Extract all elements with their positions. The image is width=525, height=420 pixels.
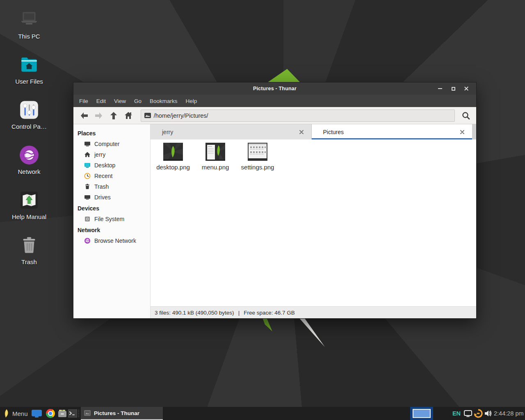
- window-titlebar[interactable]: Pictures - Thunar: [73, 82, 476, 95]
- sidebar-item-jerry[interactable]: jerry: [73, 149, 150, 160]
- maximize-button[interactable]: [447, 82, 460, 95]
- menu-go[interactable]: Go: [130, 96, 146, 106]
- taskbar-window-button[interactable]: Pictures - Thunar: [81, 407, 163, 420]
- sidebar-item-label: Trash: [94, 183, 109, 190]
- search-icon: [462, 112, 470, 120]
- display-tray-button[interactable]: [463, 407, 473, 420]
- app-menu-button[interactable]: Menu: [0, 407, 30, 420]
- sidebar-section-network: Network: [73, 224, 150, 235]
- menu-view[interactable]: View: [110, 96, 130, 106]
- desktop-icon-label: User Files: [7, 78, 52, 85]
- sidebar-item-file-system[interactable]: File System: [73, 214, 150, 224]
- tab-bar: jerry Pictures: [151, 124, 476, 139]
- status-free-space: Free space: 46.7 GB: [244, 310, 295, 316]
- back-button[interactable]: [77, 109, 91, 122]
- home-icon: [84, 151, 91, 158]
- sidebar-item-recent[interactable]: Recent: [73, 171, 150, 181]
- sidebar-section-places: Places: [73, 128, 150, 139]
- menu-help[interactable]: Help: [182, 96, 201, 106]
- workspace-switcher[interactable]: [410, 407, 433, 420]
- update-refresh-icon: [474, 409, 483, 418]
- forward-arrow-icon: [94, 112, 103, 119]
- desktop-icon-label: Network: [7, 168, 52, 175]
- keyboard-layout-indicator[interactable]: EN: [450, 407, 463, 420]
- sidebar-item-computer[interactable]: Computer: [73, 139, 150, 149]
- computer-icon: [18, 9, 40, 30]
- chrome-icon: [46, 409, 55, 418]
- file-name: settings.png: [238, 164, 277, 171]
- sidebar-item-label: File System: [94, 216, 124, 222]
- control-panel-icon: [18, 99, 40, 121]
- thunar-window: Pictures - Thunar File Edit View Go Book…: [73, 82, 477, 319]
- sidebar-item-label: jerry: [94, 151, 105, 158]
- search-button[interactable]: [458, 109, 474, 123]
- sidebar-item-label: Computer: [94, 141, 119, 147]
- show-desktop-icon: [32, 410, 42, 418]
- file-manager-launcher[interactable]: [57, 407, 68, 420]
- drives-icon: [84, 194, 91, 201]
- update-notifier-button[interactable]: [472, 407, 484, 420]
- workspace-1[interactable]: [413, 409, 431, 418]
- file-desktop-png[interactable]: desktop.png: [153, 143, 193, 171]
- status-files-summary: 3 files: 490.1 kB (490,050 bytes): [155, 310, 234, 316]
- tab-label: Pictures: [323, 129, 344, 135]
- app-menu-label: Menu: [12, 410, 28, 417]
- file-name: desktop.png: [153, 164, 193, 171]
- file-settings-png[interactable]: settings.png: [238, 143, 277, 171]
- tab-close-button[interactable]: [458, 128, 466, 136]
- path-bar[interactable]: /home/jerry/Pictures/: [141, 110, 455, 122]
- desktop-icon-network[interactable]: Network: [7, 144, 52, 175]
- path-text: /home/jerry/Pictures/: [154, 112, 208, 119]
- network-globe-icon: [84, 237, 91, 244]
- settings-screenshot-thumbnail: [248, 143, 267, 161]
- desktop-icon-label: This PC: [7, 33, 52, 40]
- desktop-icon-control-panel[interactable]: Control Pa…: [7, 99, 52, 130]
- file-menu-png[interactable]: menu.png: [196, 143, 235, 171]
- menu-file[interactable]: File: [75, 96, 92, 106]
- sidebar: Places Computer jerry: [73, 124, 151, 318]
- up-arrow-icon: [110, 112, 117, 120]
- terminal-launcher[interactable]: [67, 407, 78, 420]
- taskbar: Menu Pictures - Thunar: [0, 407, 525, 420]
- window-controls: [434, 82, 473, 95]
- sidebar-item-desktop[interactable]: Desktop: [73, 160, 150, 171]
- window-thumbnail-icon: [84, 410, 91, 416]
- minimize-button[interactable]: [434, 82, 447, 95]
- status-bar: 3 files: 490.1 kB (490,050 bytes) | Free…: [151, 306, 476, 318]
- desktop-icon: [84, 162, 91, 169]
- home-button[interactable]: [121, 109, 136, 122]
- taskbar-clock[interactable]: 2:44:28 pm: [494, 407, 525, 420]
- desktop-icon-this-pc[interactable]: This PC: [7, 9, 52, 40]
- speaker-icon: [484, 410, 493, 417]
- sidebar-item-browse-network[interactable]: Browse Network: [73, 235, 150, 246]
- chrome-launcher[interactable]: [44, 407, 57, 420]
- desktop-icon-user-files[interactable]: User Files: [7, 54, 52, 85]
- up-button[interactable]: [106, 109, 121, 122]
- keyboard-layout-label: EN: [452, 410, 461, 417]
- close-icon: [299, 130, 304, 134]
- menu-bookmarks[interactable]: Bookmarks: [146, 96, 182, 106]
- close-button[interactable]: [460, 82, 473, 95]
- trash-icon: [18, 235, 40, 256]
- file-pane[interactable]: desktop.png menu.png: [151, 139, 476, 306]
- file-name: menu.png: [196, 164, 235, 171]
- desktop-icon-trash[interactable]: Trash: [7, 235, 52, 265]
- forward-button[interactable]: [91, 109, 106, 122]
- toolbar: /home/jerry/Pictures/: [73, 107, 476, 124]
- trash-icon: [84, 183, 91, 190]
- help-manual-icon: [18, 189, 40, 211]
- menubar: File Edit View Go Bookmarks Help: [73, 95, 476, 107]
- sidebar-item-drives[interactable]: Drives: [73, 192, 150, 203]
- show-desktop-button[interactable]: [30, 407, 43, 420]
- tab-pictures[interactable]: Pictures: [312, 124, 472, 139]
- terminal-icon: [68, 409, 77, 418]
- sidebar-item-trash[interactable]: Trash: [73, 181, 150, 192]
- network-globe-icon: [18, 144, 40, 166]
- desktop-icon-help-manual[interactable]: Help Manual: [7, 189, 52, 220]
- volume-button[interactable]: [483, 407, 494, 420]
- menu-edit[interactable]: Edit: [92, 96, 110, 106]
- taskbar-window-label: Pictures - Thunar: [94, 410, 139, 416]
- tab-close-button[interactable]: [297, 128, 306, 136]
- sidebar-item-label: Browse Network: [94, 237, 136, 244]
- tab-jerry[interactable]: jerry: [151, 124, 312, 139]
